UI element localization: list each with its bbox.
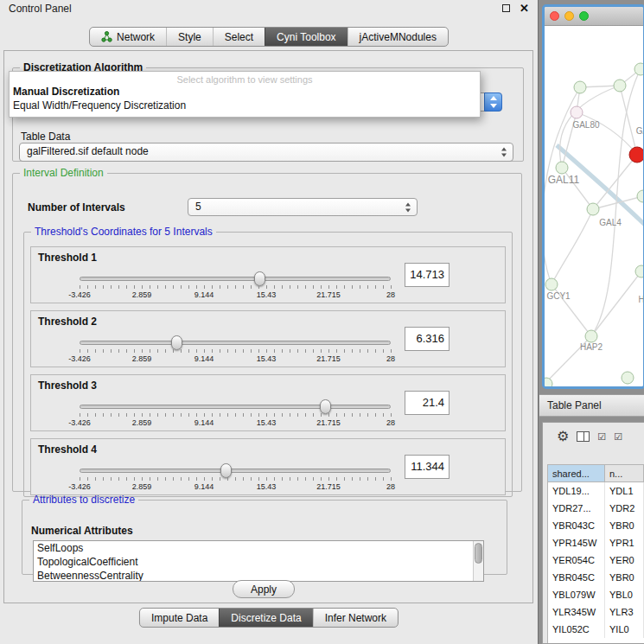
slider-track[interactable] — [80, 341, 391, 345]
network-node[interactable] — [545, 278, 558, 290]
threshold-value-field[interactable]: 14.713 — [405, 263, 450, 287]
node-table: shared...n... YDL19...YDL1YDR27...YDR2YB… — [547, 464, 644, 643]
slider-track[interactable] — [80, 405, 391, 409]
node-label: GA — [636, 126, 643, 136]
algorithm-dropdown-popup: Select algorithm to view settings Manual… — [9, 71, 481, 118]
table-row[interactable]: YDR27...YDR2 — [548, 500, 644, 517]
slider-thumb[interactable] — [254, 271, 265, 286]
threshold-value-field[interactable]: 6.316 — [405, 327, 450, 351]
control-panel-titlebar[interactable]: Control Panel ✕ — [0, 0, 538, 16]
tab-label: Cyni Toolbox — [277, 31, 335, 43]
network-canvas[interactable]: GAL80GAGAL11GAL4GCY1HHAP2 — [545, 26, 643, 386]
table-row[interactable]: YBR045CYBR0 — [548, 569, 644, 586]
scale-label: 28 — [386, 482, 395, 491]
scale-label: 15.43 — [257, 290, 277, 299]
tab-style[interactable]: Style — [166, 28, 213, 46]
columns-icon[interactable] — [577, 431, 590, 442]
tab-infer-network[interactable]: Infer Network — [313, 609, 398, 627]
tab-jactivemnodules[interactable]: jActiveMNodules — [348, 28, 448, 46]
threshold-value-field[interactable]: 21.4 — [405, 391, 450, 415]
slider-thumb[interactable] — [320, 399, 331, 414]
float-window-icon[interactable] — [502, 4, 510, 12]
column-header-2[interactable]: n... — [605, 465, 644, 482]
attribute-item[interactable]: SelfLoops — [34, 541, 483, 555]
cell-shared-name: YER054C — [548, 552, 605, 569]
tab-network[interactable]: Network — [90, 28, 166, 46]
tab-cyni-toolbox[interactable]: Cyni Toolbox — [265, 28, 347, 46]
network-node[interactable] — [556, 162, 568, 174]
table-row[interactable]: YIL052CYIL0 — [548, 621, 644, 638]
cell-shared-name: YDL19... — [548, 482, 605, 500]
threshold-panel-1: Threshold 1-3.4262.8599.14415.4321.71528… — [30, 246, 506, 303]
slider-track[interactable] — [80, 277, 391, 281]
scale-label: -3.426 — [68, 290, 91, 299]
network-node[interactable] — [629, 147, 643, 163]
scale-label: -3.426 — [68, 418, 91, 427]
network-node[interactable] — [614, 80, 626, 92]
algorithm-option[interactable]: Manual Discretization — [10, 85, 480, 99]
tab-impute-data[interactable]: Impute Data — [140, 609, 219, 627]
minimize-traffic-light-icon[interactable] — [564, 11, 574, 21]
zoom-traffic-light-icon[interactable] — [579, 11, 589, 21]
select-all-icon[interactable]: ☑ — [597, 432, 606, 442]
table-row[interactable]: YER054CYER0 — [548, 552, 644, 569]
threshold-label: Threshold 1 — [38, 252, 97, 264]
slider-thumb[interactable] — [171, 335, 182, 350]
gear-icon[interactable]: ⚙ — [557, 430, 569, 443]
table-row[interactable]: YBL079WYBL0 — [548, 586, 644, 603]
top-tab-bar: NetworkStyleSelectCyni ToolboxjActiveMNo… — [89, 27, 449, 47]
table-panel-header[interactable]: Table Panel — [539, 394, 644, 417]
slider-ticks — [80, 413, 392, 417]
tab-select[interactable]: Select — [213, 28, 265, 46]
deselect-all-icon[interactable]: ☑ — [614, 432, 622, 442]
cell-name: YDR2 — [605, 500, 644, 517]
table-row[interactable]: YPR145WYPR1 — [548, 534, 644, 552]
scale-label: 15.43 — [257, 418, 277, 427]
table-panel-window: ⚙ ☑ ☑ shared...n... YDL19...YDL1YDR27...… — [542, 422, 644, 644]
attributes-group: Attributes to discretize Numerical Attri… — [22, 494, 507, 575]
network-node[interactable] — [634, 63, 643, 75]
network-edge — [552, 209, 593, 284]
network-node[interactable] — [622, 372, 634, 384]
close-icon[interactable]: ✕ — [520, 3, 529, 14]
threshold-value-field[interactable]: 11.344 — [405, 455, 450, 479]
dropdown-arrows-icon — [484, 92, 502, 112]
network-node[interactable] — [545, 378, 552, 386]
close-traffic-light-icon[interactable] — [550, 11, 559, 21]
table-data-select[interactable]: galFiltered.sif default node — [19, 143, 513, 162]
apply-button[interactable]: Apply — [233, 580, 295, 598]
node-label: GCY1 — [546, 291, 571, 301]
network-node[interactable] — [574, 81, 586, 93]
scale-label: 2.859 — [132, 482, 152, 491]
network-node[interactable] — [585, 330, 597, 342]
table-row[interactable]: YDL19...YDL1 — [548, 482, 644, 500]
node-label: GAL11 — [548, 174, 580, 186]
spinner-arrows-icon — [405, 202, 411, 212]
scrollbar[interactable] — [473, 541, 483, 581]
table-body: YDL19...YDL1YDR27...YDR2YBR043CYBR0YPR14… — [548, 482, 644, 638]
tab-label: Infer Network — [325, 612, 386, 624]
network-icon — [101, 31, 112, 42]
tab-discretize-data[interactable]: Discretize Data — [219, 609, 312, 627]
network-node[interactable] — [635, 265, 643, 277]
number-of-intervals-select[interactable]: 5 — [188, 198, 418, 216]
cell-shared-name: YLR345W — [548, 603, 605, 621]
slider-thumb[interactable] — [220, 463, 232, 478]
node-label: GAL80 — [572, 120, 600, 130]
attribute-item[interactable]: TopologicalCoefficient — [34, 555, 483, 569]
cell-name: YBR0 — [605, 517, 644, 534]
scrollbar-thumb[interactable] — [475, 543, 482, 564]
algorithm-option[interactable]: Equal Width/Frequency Discretization — [10, 99, 480, 112]
cell-name: YDL1 — [605, 482, 644, 500]
table-row[interactable]: YBR043CYBR0 — [548, 517, 644, 534]
network-node[interactable] — [587, 203, 599, 215]
threshold-label: Threshold 4 — [38, 443, 97, 456]
table-row[interactable]: YLR345WYLR3 — [548, 603, 644, 621]
table-toolbar: ⚙ ☑ ☑ — [543, 423, 644, 450]
scale-label: 9.144 — [194, 418, 214, 427]
column-header-1[interactable]: shared... — [548, 465, 605, 482]
slider-track[interactable] — [80, 469, 391, 473]
network-node[interactable] — [571, 106, 583, 118]
network-window-titlebar[interactable] — [545, 7, 643, 26]
network-node[interactable] — [637, 190, 643, 202]
